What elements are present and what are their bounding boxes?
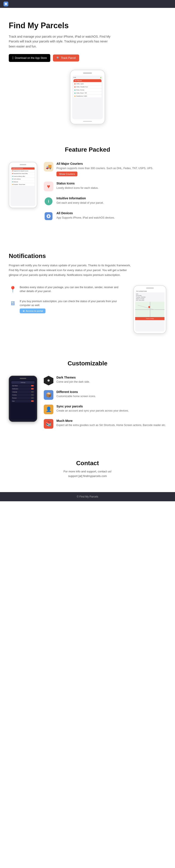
dark-item-label: Premium bbox=[12, 397, 17, 399]
toggle-on[interactable] bbox=[31, 385, 34, 386]
pkg-label: Registered for dispatch at post bbox=[13, 170, 28, 172]
status-dot bbox=[75, 86, 76, 88]
pkg-header: DAIRYWORKERS bbox=[11, 167, 35, 169]
monitor-small-icon: 🖥 bbox=[22, 310, 25, 312]
search-icon: 🔍 bbox=[56, 57, 60, 60]
phone-map-screen: TNT EXPEDITIONS ATH. 23.02.2020 Tracking… bbox=[135, 290, 165, 332]
phone-screen: 9:41🔋 24 Parcels Coffee, Laptot Coffee, … bbox=[72, 75, 103, 119]
contact-description: For more info and support, contact us! bbox=[9, 470, 166, 473]
pkg-item: Delivered bbox=[11, 181, 35, 183]
item-label: Headphones, FedEx bbox=[76, 95, 87, 97]
toggle-on[interactable] bbox=[31, 400, 34, 402]
feature-info-text: Intuitive Information Get each and every… bbox=[56, 196, 104, 205]
custom-sync-text: Sync your parcels Create an account and … bbox=[56, 405, 129, 413]
notif-location: 📍 Besides every status of your package, … bbox=[9, 285, 125, 293]
show-couriers-button[interactable]: Show Couriers bbox=[56, 172, 78, 176]
phone-detail-screen: DAIRYWORKERS Registered for dispatch at … bbox=[10, 166, 35, 206]
pkg-item: Dispatched from inward office bbox=[11, 173, 35, 175]
customizable-title: Customizable bbox=[9, 360, 166, 367]
toggle-off[interactable] bbox=[31, 394, 34, 396]
monitor-icon-wrap: 🖥 bbox=[9, 299, 17, 307]
layers-icon: 📚 bbox=[46, 421, 52, 427]
custom-sync: 👤 Sync your parcels Create an account an… bbox=[44, 405, 166, 414]
dark-list-item: Currency bbox=[11, 394, 35, 396]
notifications-title: Notifications bbox=[9, 252, 166, 259]
custom-dark-title: Dark Themes bbox=[56, 376, 90, 379]
person-icon-wrap: 👤 bbox=[44, 405, 53, 414]
pkg-dot bbox=[12, 173, 13, 174]
custom-icons: 📦 Different Icons Customizable home scre… bbox=[44, 390, 166, 400]
toggle-off[interactable] bbox=[31, 397, 34, 399]
hero-buttons:  Download on the App Store 🔍 Track Parc… bbox=[9, 54, 166, 62]
feature-devices-desc: App Supports iPhone, iPad and watchOS de… bbox=[56, 216, 115, 220]
phone-detail-notch bbox=[20, 164, 26, 165]
dark-item-label: Notifications bbox=[12, 388, 18, 390]
feature-phone-column: DAIRYWORKERS Registered for dispatch at … bbox=[9, 162, 37, 208]
appstore-icon bbox=[45, 212, 53, 220]
info-icon: i bbox=[45, 197, 53, 205]
notifications-section: Notifications Program will notify you fo… bbox=[0, 239, 175, 347]
dark-list-item: Dark Mode bbox=[11, 384, 35, 387]
dark-list-item: Notifications bbox=[11, 388, 35, 390]
track-button-label: Track Parcel bbox=[61, 57, 76, 60]
pkg-item: Registered for dispatch at post bbox=[11, 169, 35, 172]
pkg-label: Out for delivery bbox=[13, 178, 21, 180]
custom-icons-title: Different Icons bbox=[56, 390, 96, 394]
phone-list-header: 24 Parcels bbox=[74, 79, 101, 82]
feature-packed-title: Feature Packed bbox=[9, 146, 166, 153]
custom-more-title: Much More bbox=[56, 419, 166, 423]
feature-status-text: Status Icons Lovely distinct icons for e… bbox=[56, 182, 98, 190]
dark-phone-mockup: Settings Dark Mode Notifications Languag… bbox=[9, 376, 37, 422]
map-track-button[interactable]: Track on Map bbox=[135, 317, 165, 320]
custom-more-desc: Expect all the extra goodies such as Sir… bbox=[56, 423, 166, 427]
custom-more: 📚 Much More Expect all the extra goodies… bbox=[44, 419, 166, 429]
feature-couriers-title: All Major Couriers bbox=[56, 162, 153, 165]
truck-icon-wrap: 🚚 bbox=[44, 162, 53, 172]
custom-dark-text: Dark Themes Come and join the dark side. bbox=[56, 376, 90, 384]
notif-portal-desc: If you buy premium subscription, you can… bbox=[20, 299, 125, 307]
dark-item-label: Sync bbox=[12, 400, 14, 402]
map-row: 23.02.2020 bbox=[136, 295, 164, 296]
track-parcel-button[interactable]: 🔍 Track Parcel bbox=[53, 55, 79, 61]
map-road-vertical bbox=[150, 302, 150, 317]
feature-phone-mockup: DAIRYWORKERS Registered for dispatch at … bbox=[9, 162, 37, 208]
pkg-label: Dispatched from inward office bbox=[13, 173, 28, 174]
phone-map-mockup: TNT EXPEDITIONS ATH. 23.02.2020 Tracking… bbox=[134, 285, 166, 334]
toggle-off[interactable] bbox=[31, 391, 34, 393]
phone-home-indicator bbox=[83, 121, 92, 122]
dark-phone-screen: Settings Dark Mode Notifications Languag… bbox=[10, 380, 35, 420]
item-label: Coffee, Laptot bbox=[76, 83, 84, 85]
svg-rect-0 bbox=[5, 3, 7, 5]
item-label: Coffee, Desable From bbox=[76, 86, 88, 88]
toggle-on[interactable] bbox=[31, 388, 34, 390]
customizable-section: Customizable Settings Dark Mode Notifica… bbox=[0, 347, 175, 446]
footer-text: © Find My Parcels bbox=[77, 495, 98, 498]
feature-couriers: 🚚 All Major Couriers Program supports mo… bbox=[44, 162, 166, 176]
dark-item-label: Language bbox=[12, 391, 17, 393]
appstore-button[interactable]:  Download on the App Store bbox=[9, 54, 50, 62]
pkg-dot bbox=[12, 181, 13, 182]
notifications-description: Program will notify you for every status… bbox=[9, 263, 131, 277]
feature-status-title: Status Icons bbox=[56, 182, 98, 185]
status-dot bbox=[75, 83, 76, 85]
custom-dark-desc: Come and join the dark side. bbox=[56, 380, 90, 384]
contact-email: support [at] findmyparcels.com bbox=[9, 474, 166, 478]
feature-devices-text: All Devices App Supports iPhone, iPad an… bbox=[56, 211, 115, 220]
list-item: Headphones, FedEx bbox=[74, 95, 101, 97]
phone-notch bbox=[83, 72, 92, 74]
list-item: Coffee, Desable From bbox=[74, 86, 101, 88]
footer: © Find My Parcels bbox=[0, 492, 175, 501]
pkg-dot bbox=[12, 176, 13, 177]
notif-portal: 🖥 If you buy premium subscription, you c… bbox=[9, 299, 125, 313]
dark-item-label: Currency bbox=[12, 394, 17, 396]
dark-item-label: Dark Mode bbox=[12, 385, 18, 386]
custom-features-list: Dark Themes Come and join the dark side.… bbox=[44, 376, 166, 433]
dark-list-item: Sync bbox=[11, 400, 35, 402]
dark-phone-header: Settings bbox=[11, 381, 35, 384]
svg-point-1 bbox=[48, 379, 50, 381]
hexagon-icon-wrap bbox=[44, 376, 53, 385]
custom-icons-text: Different Icons Customizable home screen… bbox=[56, 390, 96, 398]
list-item: Coffee, Laptot bbox=[74, 83, 101, 85]
access-portal-button[interactable]: 🖥 Access to portal bbox=[20, 309, 46, 313]
info-icon-wrap: i bbox=[44, 196, 53, 206]
